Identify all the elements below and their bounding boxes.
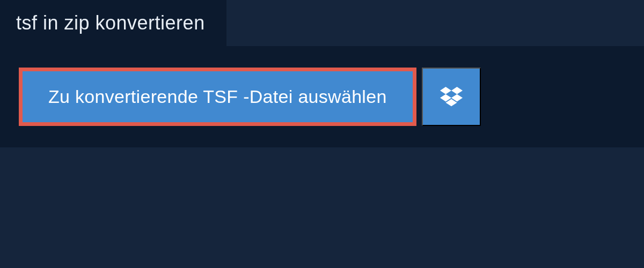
select-file-button[interactable]: Zu konvertierende TSF -Datei auswählen [19,68,416,126]
header-tab: tsf in zip konvertieren [0,0,226,46]
page-title: tsf in zip konvertieren [16,12,205,34]
button-row: Zu konvertierende TSF -Datei auswählen [19,68,625,126]
dropbox-icon [440,87,463,107]
content-panel: Zu konvertierende TSF -Datei auswählen [0,46,644,147]
dropbox-button[interactable] [422,68,481,126]
